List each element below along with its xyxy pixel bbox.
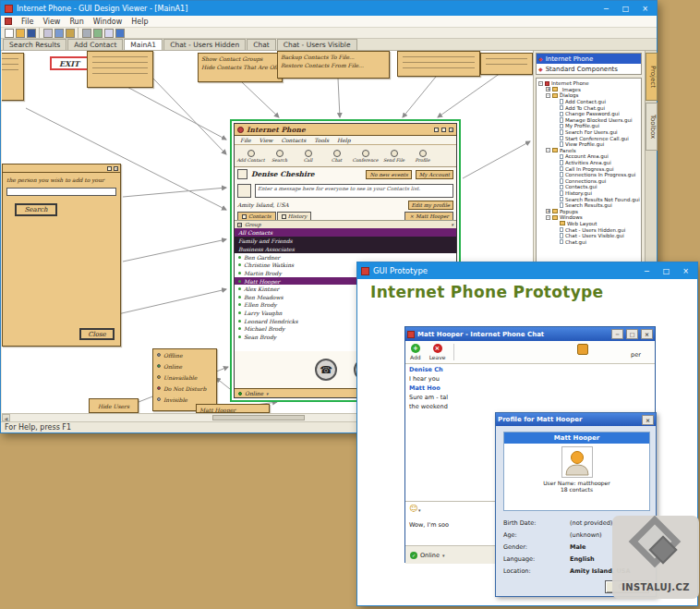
side-tab-toolbox[interactable]: Toolbox — [646, 103, 658, 151]
mockup-menu-item[interactable]: File — [240, 137, 251, 143]
project-list-item[interactable]: ◆ Standard Components — [537, 64, 641, 74]
new-icon[interactable] — [5, 29, 14, 38]
tree-expander-icon[interactable] — [553, 190, 558, 195]
status-option[interactable]: Unavailable — [153, 371, 216, 383]
dialog-title-bar[interactable]: Profile for Matt Hooper × — [496, 413, 656, 426]
tree-item[interactable]: View Profile.gui — [537, 141, 641, 148]
tree-expander-icon[interactable] — [553, 130, 558, 135]
title-bar[interactable]: GUI Prototype ─ □ × — [357, 262, 697, 279]
document-tab[interactable]: MainA1 — [124, 39, 163, 50]
tree-expander-icon[interactable]: - — [546, 148, 550, 152]
print-icon[interactable] — [82, 29, 91, 38]
document-tab[interactable]: Chat - Users Hidden — [163, 39, 246, 50]
tree-item[interactable]: Connections.gui — [537, 178, 641, 185]
status-option[interactable]: Online — [153, 360, 216, 371]
scroll-left-icon[interactable]: ◀ — [2, 414, 10, 421]
expander-icon[interactable]: + — [237, 223, 242, 227]
tree-expander-icon[interactable] — [553, 197, 558, 201]
status-list-note[interactable]: Offline Online Unavailable Do Not Distur… — [152, 348, 217, 411]
group-header[interactable]: Family and Friends — [235, 237, 456, 245]
tree-expander-icon[interactable] — [553, 136, 558, 140]
mockup-toolbar-item[interactable]: Profile — [408, 150, 437, 163]
dropdown-icon[interactable]: ▾ — [442, 553, 445, 558]
tree-item[interactable]: Search Results Not Found.gui — [537, 196, 641, 202]
edit-profile-button[interactable]: Edit my profile — [408, 201, 453, 210]
sketch-note[interactable] — [397, 51, 480, 77]
tree-item[interactable]: Chat - Users Hidden.gui — [537, 226, 641, 233]
tree-expander-icon[interactable] — [553, 124, 558, 128]
mockup-menu-item[interactable]: Contacts — [281, 137, 306, 143]
dropdown-icon[interactable]: ▾ — [451, 222, 453, 227]
matt-hooper-note[interactable]: Matt Hooper — [196, 404, 270, 413]
tree-item[interactable]: - Panels — [537, 148, 641, 154]
add-button[interactable]: + Add — [410, 344, 421, 360]
menu-item[interactable]: Window — [93, 18, 123, 26]
copy-icon[interactable] — [54, 29, 64, 38]
menu-item[interactable]: Help — [131, 18, 148, 26]
tree-expander-icon[interactable] — [553, 154, 558, 159]
hide-users-note[interactable]: Hide Users — [89, 398, 139, 413]
close-button[interactable]: × — [642, 415, 654, 425]
maximize-button[interactable]: □ — [626, 329, 638, 339]
add-contact-sketch[interactable]: × the person you wish to add to your Sea… — [2, 164, 121, 347]
tree-expander-icon[interactable] — [553, 166, 558, 171]
minimize-button[interactable]: ─ — [598, 5, 614, 13]
maximize-button[interactable]: □ — [658, 267, 674, 275]
status-option[interactable]: Do Not Disturb — [153, 383, 216, 394]
tree-item[interactable]: Account Area.gui — [537, 153, 641, 160]
tree-item[interactable]: History.gui — [537, 190, 641, 197]
menu-item[interactable]: Run — [69, 18, 83, 26]
tree-expander-icon[interactable] — [553, 173, 558, 177]
contact-row[interactable]: Ben Gardner — [235, 253, 456, 262]
no-new-events-button[interactable]: No new events — [366, 170, 411, 179]
chat-tab-matt-hooper[interactable]: ×Matt Hooper — [404, 212, 453, 220]
paste-icon[interactable] — [66, 29, 75, 38]
tree-item[interactable]: + _Images — [537, 87, 641, 93]
tree-item[interactable]: - Windows — [537, 214, 641, 221]
search-input[interactable] — [6, 188, 116, 196]
call-button[interactable]: ☎ — [315, 359, 337, 381]
group-selector[interactable]: All Contacts — [235, 228, 456, 237]
tree-item[interactable]: Search Results.gui — [537, 202, 641, 209]
tree-item[interactable]: - Dialogs — [537, 92, 641, 99]
tree-item[interactable]: Chat.gui — [537, 238, 641, 245]
status-message-input[interactable]: Enter a message here for everyone to see… — [255, 184, 453, 198]
open-icon[interactable] — [16, 29, 25, 38]
zoom-icon[interactable] — [104, 29, 114, 38]
tree-expander-icon[interactable] — [553, 234, 558, 238]
minimize-button[interactable]: ─ — [611, 329, 623, 339]
tree-item[interactable]: Connections In Progress.gui — [537, 172, 641, 178]
tree-item[interactable]: My Profile.gui — [537, 123, 641, 129]
search-button[interactable]: Search — [15, 203, 57, 216]
scrollbar-thumb[interactable] — [212, 415, 305, 420]
tree-item[interactable]: Call In Progress.gui — [537, 165, 641, 172]
tree-expander-icon[interactable] — [553, 185, 558, 189]
contacts-menu-note[interactable]: Show Contact GroupsHide Contacts That Ar… — [198, 53, 283, 82]
tree-expander-icon[interactable]: + — [546, 209, 550, 213]
mockup-toolbar-item[interactable]: Call — [294, 150, 322, 163]
close-button[interactable]: Close — [79, 328, 115, 340]
maximize-button[interactable]: □ — [618, 5, 634, 13]
tree-expander-icon[interactable] — [553, 100, 558, 104]
mockup-menu-item[interactable]: Help — [337, 137, 351, 143]
emoticon-icon[interactable]: ☺ — [409, 505, 417, 513]
menu-item[interactable]: File — [21, 18, 33, 26]
minimize-button[interactable]: ─ — [639, 267, 655, 275]
help-icon[interactable] — [115, 29, 125, 38]
mockup-toolbar-item[interactable]: Chat — [322, 150, 351, 163]
tree-expander-icon[interactable] — [553, 161, 558, 165]
tree-expander-icon[interactable]: + — [546, 87, 550, 91]
mockup-toolbar-item[interactable]: Add Contact — [236, 150, 265, 163]
mockup-toolbar-item[interactable]: Send File — [380, 150, 408, 163]
tree-item[interactable]: Add Contact.gui — [537, 99, 641, 105]
save-icon[interactable] — [27, 29, 36, 38]
dropdown-icon[interactable]: ▾ — [418, 507, 421, 513]
grid-icon[interactable] — [93, 29, 103, 38]
tree-item[interactable]: Chat - Users Visible.gui — [537, 233, 641, 239]
history-tab[interactable]: History — [277, 212, 312, 220]
dropdown-icon[interactable]: ▾ — [266, 391, 269, 396]
side-tab-project[interactable]: Project — [646, 53, 658, 101]
sketch-note[interactable] — [2, 53, 24, 101]
project-list-item[interactable]: ◆ Internet Phone — [537, 54, 641, 64]
leave-button[interactable]: × Leave — [429, 344, 446, 360]
